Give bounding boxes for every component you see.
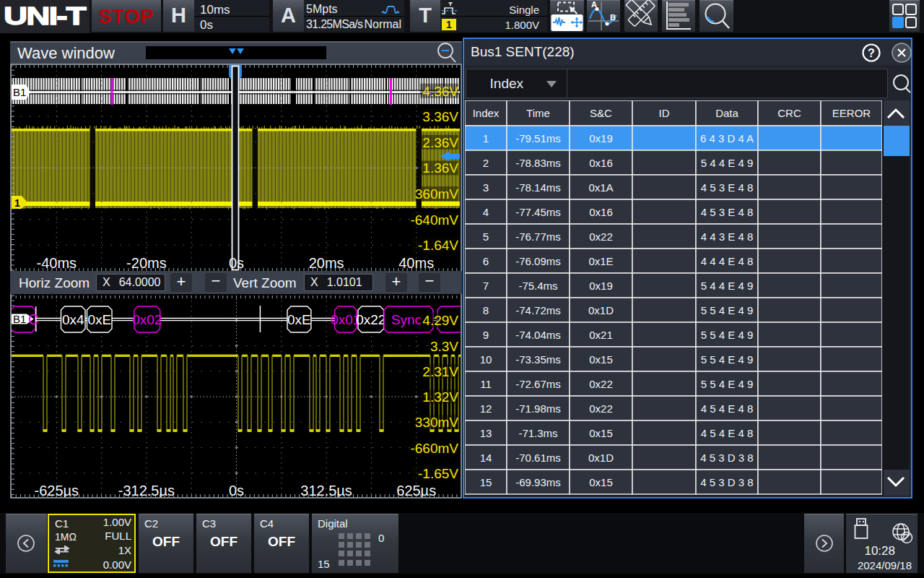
svg-text:4 5 4 E 4 8: 4 5 4 E 4 8 xyxy=(701,427,754,439)
svg-text:S&C: S&C xyxy=(590,107,612,119)
svg-text:-75.4ms: -75.4ms xyxy=(518,280,557,292)
svg-text:7: 7 xyxy=(483,280,489,292)
svg-text:4 4 3 E 4 8: 4 4 3 E 4 8 xyxy=(701,230,754,243)
svg-text:-71.98ms: -71.98ms xyxy=(515,402,561,415)
svg-text:14: 14 xyxy=(480,452,492,464)
svg-text:-73.35ms: -73.35ms xyxy=(515,353,561,366)
svg-text:4 4 4 E 4 8: 4 4 4 E 4 8 xyxy=(701,255,754,267)
svg-text:0x16: 0x16 xyxy=(589,157,613,169)
svg-text:5 5 4 E 4 9: 5 5 4 E 4 9 xyxy=(701,353,754,366)
svg-text:-74.04ms: -74.04ms xyxy=(515,329,561,341)
svg-text:-1.64V: -1.64V xyxy=(418,238,458,253)
svg-text:-625µs: -625µs xyxy=(35,483,79,499)
svg-text:B: B xyxy=(610,13,616,22)
svg-text:3: 3 xyxy=(483,181,489,194)
svg-text:-640mV: -640mV xyxy=(410,212,458,228)
svg-text:4 5 3 E 4 8: 4 5 3 E 4 8 xyxy=(701,206,754,218)
svg-text:0x22: 0x22 xyxy=(589,378,613,390)
svg-text:0x1D: 0x1D xyxy=(588,452,614,464)
svg-text:0x22: 0x22 xyxy=(356,312,385,327)
svg-text:5 5 4 E 4 9: 5 5 4 E 4 9 xyxy=(701,304,754,316)
svg-text:-71.3ms: -71.3ms xyxy=(518,427,557,439)
svg-text:0x21: 0x21 xyxy=(589,329,613,341)
svg-text:625µs: 625µs xyxy=(396,483,436,499)
svg-text:0x1E: 0x1E xyxy=(588,255,613,267)
svg-text:C: C xyxy=(28,311,38,327)
svg-text:0x1D: 0x1D xyxy=(588,304,614,316)
svg-text:4 5 3 D 3 8: 4 5 3 D 3 8 xyxy=(700,476,753,488)
svg-text:-78.14ms: -78.14ms xyxy=(515,181,561,194)
svg-text:-70.61ms: -70.61ms xyxy=(515,452,561,464)
svg-text:EEROR: EEROR xyxy=(832,107,871,119)
svg-text:0x4: 0x4 xyxy=(62,312,84,327)
svg-text:-20ms: -20ms xyxy=(126,255,167,271)
svg-text:4 5 4 E 4 8: 4 5 4 E 4 8 xyxy=(701,402,754,415)
svg-text:0x22: 0x22 xyxy=(589,230,613,243)
svg-text:5 4 4 E 4 9: 5 4 4 E 4 9 xyxy=(701,157,754,169)
svg-text:3.3V: 3.3V xyxy=(430,339,458,354)
svg-text:Time: Time xyxy=(526,107,550,119)
svg-text:330mV: 330mV xyxy=(415,415,459,430)
svg-text:9: 9 xyxy=(483,329,489,341)
svg-text:0x19: 0x19 xyxy=(589,132,613,144)
svg-text:5: 5 xyxy=(483,230,489,243)
svg-text:CRC: CRC xyxy=(777,107,801,119)
svg-text:-69.93ms: -69.93ms xyxy=(515,476,561,488)
svg-text:B1: B1 xyxy=(13,313,26,325)
svg-text:-77.45ms: -77.45ms xyxy=(515,206,561,218)
svg-text:5 4 4 E 4 9: 5 4 4 E 4 9 xyxy=(701,280,754,292)
svg-text:0x19: 0x19 xyxy=(589,280,613,292)
svg-text:-79.51ms: -79.51ms xyxy=(515,132,561,144)
svg-text:0s: 0s xyxy=(229,483,244,499)
svg-text:1: 1 xyxy=(483,132,489,144)
svg-text:0s: 0s xyxy=(229,255,244,271)
svg-text:-72.67ms: -72.67ms xyxy=(515,378,561,390)
svg-text:11: 11 xyxy=(480,378,492,390)
svg-text:0x1A: 0x1A xyxy=(588,181,613,194)
svg-text:Index: Index xyxy=(473,107,500,119)
svg-text:8: 8 xyxy=(483,304,489,316)
svg-text:ID: ID xyxy=(659,107,670,119)
svg-text:4 5 3 D 3 8: 4 5 3 D 3 8 xyxy=(700,452,753,464)
svg-text:-660mV: -660mV xyxy=(410,441,458,456)
svg-text:4 5 3 E 4 8: 4 5 3 E 4 8 xyxy=(701,181,754,194)
svg-text:0x15: 0x15 xyxy=(589,353,613,366)
svg-text:40ms: 40ms xyxy=(398,255,434,271)
svg-text:-76.09ms: -76.09ms xyxy=(515,255,561,267)
svg-text:4: 4 xyxy=(483,206,489,218)
svg-text:?: ? xyxy=(868,47,875,59)
svg-text:312.5µs: 312.5µs xyxy=(300,483,352,499)
svg-text:-40ms: -40ms xyxy=(37,255,77,271)
svg-text:4.36V: 4.36V xyxy=(422,84,458,99)
svg-text:12: 12 xyxy=(480,402,492,415)
svg-text:1.32V: 1.32V xyxy=(422,389,458,405)
svg-text:6: 6 xyxy=(483,255,489,267)
svg-text:5 5 4 E 4 9: 5 5 4 E 4 9 xyxy=(701,378,754,390)
svg-text:-1.65V: -1.65V xyxy=(418,466,458,481)
svg-text:B1: B1 xyxy=(13,86,26,98)
svg-text:0x16: 0x16 xyxy=(589,206,613,218)
svg-text:2: 2 xyxy=(483,157,489,169)
svg-text:4.29V: 4.29V xyxy=(422,313,458,328)
svg-text:A: A xyxy=(591,0,597,9)
svg-text:0x22: 0x22 xyxy=(589,402,613,415)
svg-text:15: 15 xyxy=(480,476,492,488)
svg-text:0xE: 0xE xyxy=(87,312,111,327)
svg-text:10: 10 xyxy=(480,353,492,366)
svg-text:-78.83ms: -78.83ms xyxy=(515,157,561,169)
svg-text:1.36V: 1.36V xyxy=(422,160,458,176)
svg-text:Sync: Sync xyxy=(391,312,422,327)
svg-text:0xE: 0xE xyxy=(287,312,311,327)
svg-text:-76.77ms: -76.77ms xyxy=(515,230,561,243)
svg-text:-74.72ms: -74.72ms xyxy=(515,304,561,316)
svg-text:3.36V: 3.36V xyxy=(422,109,458,124)
svg-text:0x15: 0x15 xyxy=(589,476,613,488)
svg-text:0x02: 0x02 xyxy=(132,312,162,327)
svg-text:360mV: 360mV xyxy=(415,186,459,202)
svg-text:2.36V: 2.36V xyxy=(422,135,458,150)
svg-text:0x15: 0x15 xyxy=(589,427,613,439)
svg-text:2.31V: 2.31V xyxy=(422,364,458,379)
svg-text:20ms: 20ms xyxy=(309,255,344,271)
svg-text:1: 1 xyxy=(14,197,20,209)
svg-text:-312.5µs: -312.5µs xyxy=(118,483,175,499)
